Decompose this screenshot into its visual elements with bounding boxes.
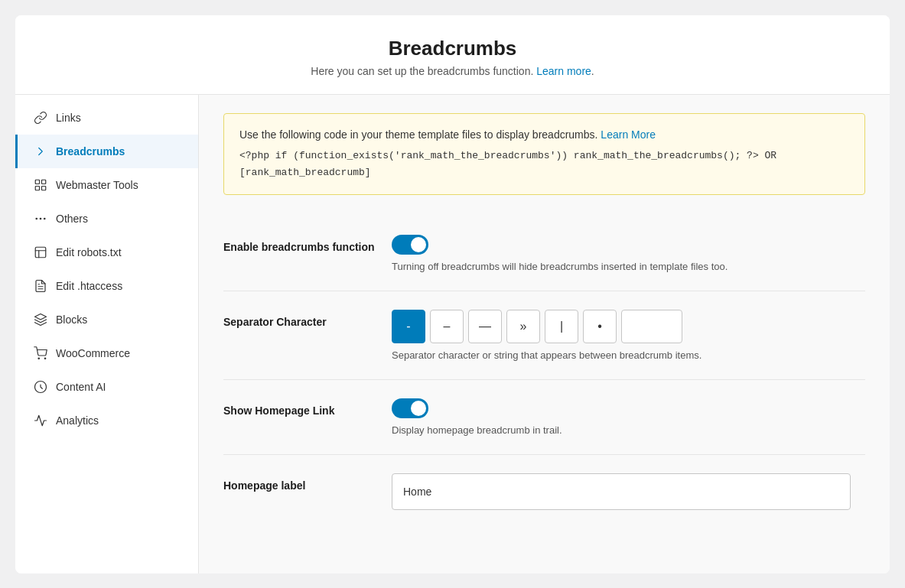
- sidebar-item-content-ai[interactable]: Content AI: [15, 370, 198, 404]
- breadcrumb-icon: [33, 144, 48, 159]
- cart-icon: [33, 346, 48, 361]
- sidebar-item-blocks[interactable]: Blocks: [15, 303, 198, 336]
- enable-breadcrumbs-control: Turning off breadcrumbs will hide breadc…: [392, 235, 865, 272]
- separator-character-control: - – — » | • Separator character or strin…: [392, 310, 865, 361]
- htaccess-icon: [33, 278, 48, 294]
- svg-rect-7: [35, 247, 46, 258]
- main-content: Use the following code in your theme tem…: [199, 95, 890, 573]
- svg-point-5: [44, 218, 46, 219]
- notice-text: Use the following code in your theme tem…: [239, 126, 849, 143]
- notice-learn-more-link[interactable]: Learn More: [601, 128, 656, 141]
- enable-breadcrumbs-row: Enable breadcrumbs function Turning off …: [223, 216, 865, 291]
- homepage-label-row: Homepage label: [223, 455, 865, 528]
- sep-btn-dash[interactable]: -: [392, 310, 425, 343]
- sidebar-item-label-htaccess: Edit .htaccess: [56, 280, 122, 292]
- homepage-label-control: [392, 473, 865, 510]
- others-icon: [33, 211, 48, 226]
- sep-btn-emdash[interactable]: —: [468, 310, 502, 343]
- blocks-icon: [33, 312, 48, 327]
- homepage-label-label: Homepage label: [223, 473, 392, 492]
- page-header: Breadcrumbs Here you can set up the brea…: [15, 15, 890, 95]
- enable-breadcrumbs-toggle[interactable]: [392, 235, 428, 255]
- show-homepage-link-label: Show Homepage Link: [223, 398, 392, 417]
- sidebar-item-label-links: Links: [56, 112, 81, 124]
- svg-rect-3: [42, 187, 46, 190]
- code-line-2: [rank_math_breadcrumb]: [239, 164, 849, 181]
- svg-point-6: [36, 218, 37, 219]
- sep-btn-custom[interactable]: [621, 310, 682, 343]
- show-homepage-link-row: Show Homepage Link Display homepage brea…: [223, 380, 865, 455]
- svg-rect-0: [35, 180, 39, 184]
- show-homepage-description: Display homepage breadcrumb in trail.: [392, 424, 865, 436]
- notice-box: Use the following code in your theme tem…: [223, 113, 865, 195]
- robots-icon: [33, 245, 48, 260]
- svg-rect-1: [42, 180, 46, 184]
- code-line-1: <?php if (function_exists('rank_math_the…: [239, 148, 849, 164]
- sidebar-item-label-analytics: Analytics: [56, 414, 99, 427]
- sidebar-item-label-woocommerce: WooCommerce: [56, 347, 130, 359]
- link-icon: [33, 110, 48, 125]
- code-block: <?php if (function_exists('rank_math_the…: [239, 148, 849, 181]
- show-homepage-link-control: Display homepage breadcrumb in trail.: [392, 398, 865, 436]
- learn-more-link[interactable]: Learn more: [536, 65, 591, 77]
- toggle-thumb-2: [411, 401, 426, 416]
- sidebar: Links Breadcrumbs Webmaster Tools: [15, 95, 199, 573]
- sidebar-item-others[interactable]: Others: [15, 202, 198, 236]
- sidebar-item-edit-htaccess[interactable]: Edit .htaccess: [15, 269, 198, 303]
- svg-point-4: [40, 218, 41, 219]
- page-title: Breadcrumbs: [31, 37, 874, 60]
- sidebar-item-edit-robots[interactable]: Edit robots.txt: [15, 236, 198, 269]
- page-subtitle: Here you can set up the breadcrumbs func…: [31, 65, 874, 77]
- sidebar-item-webmaster-tools[interactable]: Webmaster Tools: [15, 168, 198, 202]
- show-homepage-link-toggle-wrapper[interactable]: [392, 398, 428, 418]
- sep-btn-guillemet[interactable]: »: [506, 310, 540, 343]
- sidebar-item-label-breadcrumbs: Breadcrumbs: [56, 145, 125, 158]
- sidebar-item-label-webmaster: Webmaster Tools: [56, 179, 138, 191]
- separator-character-label: Separator Character: [223, 310, 392, 328]
- sep-btn-endash[interactable]: –: [430, 310, 464, 343]
- svg-point-11: [38, 358, 40, 359]
- separator-character-row: Separator Character - – — » | • Separato…: [223, 291, 865, 380]
- homepage-label-input[interactable]: [392, 473, 851, 510]
- sidebar-item-breadcrumbs[interactable]: Breadcrumbs: [15, 135, 198, 168]
- svg-rect-2: [35, 187, 39, 190]
- tools-icon: [33, 177, 48, 193]
- svg-marker-10: [35, 314, 47, 320]
- sidebar-item-label-robots: Edit robots.txt: [56, 246, 122, 258]
- separator-description: Separator character or string that appea…: [392, 349, 865, 361]
- enable-breadcrumbs-description: Turning off breadcrumbs will hide breadc…: [392, 261, 865, 272]
- sep-btn-pipe[interactable]: |: [545, 310, 578, 343]
- toggle-thumb: [411, 237, 426, 252]
- sidebar-item-analytics[interactable]: Analytics: [15, 404, 198, 437]
- sidebar-item-woocommerce[interactable]: WooCommerce: [15, 336, 198, 370]
- content-ai-icon: [33, 379, 48, 395]
- enable-breadcrumbs-toggle-wrapper[interactable]: [392, 235, 428, 255]
- show-homepage-link-toggle[interactable]: [392, 398, 428, 418]
- svg-point-12: [44, 358, 46, 359]
- sidebar-item-label-content-ai: Content AI: [56, 381, 106, 393]
- analytics-icon: [33, 413, 48, 428]
- sidebar-item-label-others: Others: [56, 213, 88, 225]
- enable-breadcrumbs-label: Enable breadcrumbs function: [223, 235, 392, 253]
- sep-btn-bullet[interactable]: •: [583, 310, 617, 343]
- sidebar-item-label-blocks: Blocks: [56, 313, 87, 326]
- sidebar-item-links[interactable]: Links: [15, 101, 198, 135]
- separator-options: - – — » | •: [392, 310, 865, 343]
